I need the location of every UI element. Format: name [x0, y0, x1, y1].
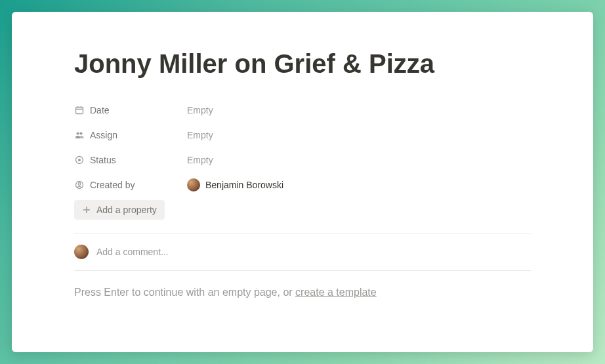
property-row-date: Date Empty [74, 98, 531, 123]
property-label-assign[interactable]: Assign [74, 130, 187, 140]
property-label-text: Date [90, 105, 110, 115]
property-label-text: Created by [90, 180, 135, 190]
empty-page-hint: Press Enter to continue with an empty pa… [74, 287, 531, 298]
svg-rect-0 [76, 108, 83, 114]
page-title[interactable]: Jonny Miller on Grief & Pizza [74, 48, 531, 79]
comment-input[interactable] [96, 247, 531, 257]
property-row-status: Status Empty [74, 148, 531, 172]
empty-hint-prefix: Press Enter to continue with an empty pa… [74, 287, 295, 298]
create-template-link[interactable]: create a template [295, 287, 377, 298]
svg-point-9 [78, 183, 81, 186]
add-property-wrapper: Add a property [74, 197, 531, 233]
calendar-icon [74, 105, 85, 115]
property-value-date[interactable]: Empty [187, 105, 531, 115]
add-property-label: Add a property [96, 205, 157, 215]
avatar [74, 245, 89, 259]
status-icon [74, 155, 85, 165]
property-label-text: Assign [90, 130, 117, 140]
svg-point-5 [80, 132, 83, 135]
properties-section: Date Empty Assign Empty [74, 98, 531, 233]
plus-icon [82, 205, 91, 214]
avatar [187, 178, 200, 192]
add-property-button[interactable]: Add a property [74, 200, 165, 220]
svg-point-4 [77, 132, 79, 135]
property-value-assign[interactable]: Empty [187, 130, 531, 140]
property-label-date[interactable]: Date [74, 105, 187, 115]
people-icon [74, 130, 85, 140]
property-value-status[interactable]: Empty [187, 155, 531, 165]
property-value-created-by[interactable]: Benjamin Borowski [187, 178, 531, 192]
person-icon [74, 180, 85, 190]
property-label-text: Status [90, 155, 116, 165]
property-row-created-by: Created by Benjamin Borowski [74, 172, 531, 197]
property-label-created-by[interactable]: Created by [74, 180, 187, 190]
property-row-assign: Assign Empty [74, 123, 531, 148]
comment-row [74, 233, 531, 270]
svg-point-7 [78, 159, 81, 161]
divider [74, 270, 531, 271]
created-by-name: Benjamin Borowski [205, 180, 283, 190]
property-label-status[interactable]: Status [74, 155, 187, 165]
page-card: Jonny Miller on Grief & Pizza Date Empty [12, 12, 593, 352]
